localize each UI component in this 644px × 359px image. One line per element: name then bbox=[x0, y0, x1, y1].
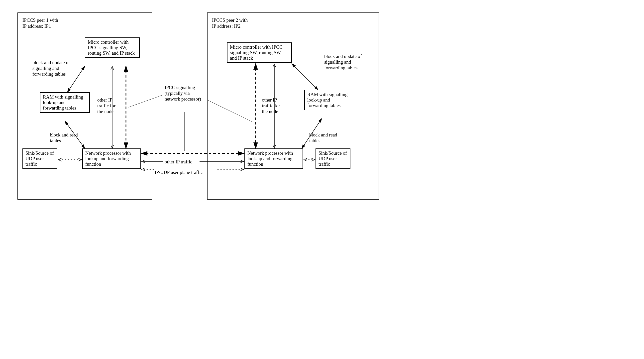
peer2-sink-text: Sink/Source of UDP user traffic bbox=[318, 150, 347, 167]
center-other-ip: other IP traffic bbox=[164, 159, 192, 165]
peer1-title-line2: IP address: IP1 bbox=[22, 24, 51, 29]
center-udp-plane: IP/UDP user plane traffic bbox=[155, 170, 203, 175]
peer2-label-other-ip: other IP traffic for the node bbox=[262, 97, 286, 114]
peer2-label-block-update: block and update of signalling and forwa… bbox=[324, 54, 369, 70]
center-ipcc-signalling: IPCC signalling (typically via network p… bbox=[164, 85, 206, 102]
peer2-title-line1: IPCCS peer 2 with bbox=[212, 18, 248, 23]
peer1-netproc-text: Network processor with lookup and forwar… bbox=[85, 150, 131, 167]
peer2-netproc: Network processor with look-up and forwa… bbox=[244, 148, 303, 169]
peer1-label-other-ip: other IP traffic for the node bbox=[97, 97, 121, 114]
peer1-micro-controller: Micro controller with IPCC signalling SW… bbox=[85, 38, 140, 58]
diagram-canvas: IPCCS peer 1 with IP address: IP1 Micro … bbox=[10, 10, 389, 210]
peer2-micro-text: Micro controller with IPCC signalling SW… bbox=[230, 44, 282, 60]
peer1-sink-text: Sink/Source of UDP user traffic bbox=[26, 150, 54, 167]
peer2-netproc-text: Network processor with look-up and forwa… bbox=[248, 150, 293, 167]
peer1-ram: RAM with signalling look-up and forwardi… bbox=[40, 92, 90, 113]
peer2-title-line2: IP address: IP2 bbox=[212, 24, 240, 29]
peer1-label-block-read: block and read tables bbox=[50, 132, 85, 144]
peer2-sink: Sink/Source of UDP user traffic bbox=[316, 148, 350, 169]
peer1-title-line1: IPCCS peer 1 with bbox=[22, 18, 58, 23]
peer1-sink: Sink/Source of UDP user traffic bbox=[22, 148, 57, 169]
peer2-micro-controller: Micro controller with IPCC signalling SW… bbox=[227, 42, 292, 63]
peer1-label-block-update: block and update of signalling and forwa… bbox=[32, 60, 77, 77]
peer1-micro-text: Micro controller with IPCC signalling SW… bbox=[88, 40, 135, 56]
peer2-ram-text: RAM with signalling look-up and forwardi… bbox=[307, 92, 348, 108]
peer2-label-block-read: block and read tables bbox=[309, 132, 344, 144]
peer1-ram-text: RAM with signalling look-up and forwardi… bbox=[43, 94, 83, 110]
peer1-netproc: Network processor with lookup and forwar… bbox=[82, 148, 141, 169]
peer2-ram: RAM with signalling look-up and forwardi… bbox=[304, 90, 354, 110]
